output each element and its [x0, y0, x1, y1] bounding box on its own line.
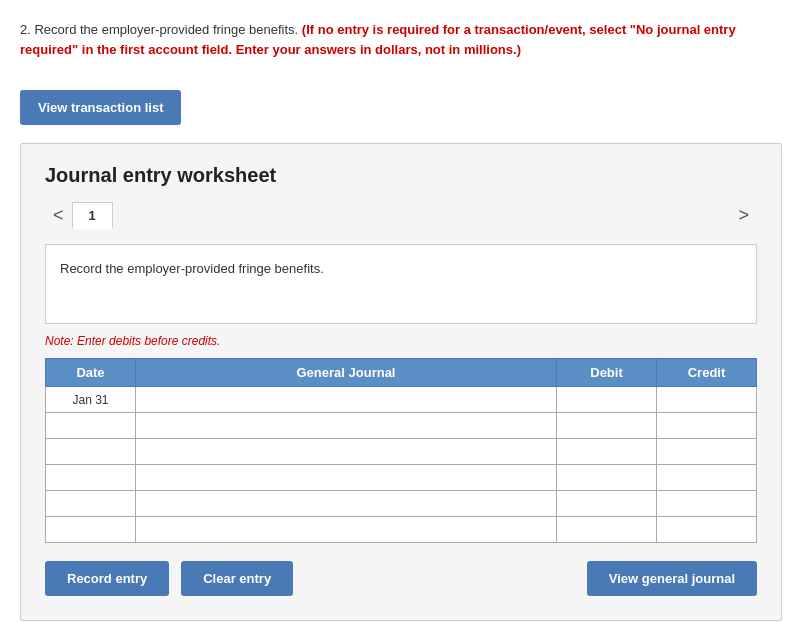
credit-input-0[interactable]	[657, 387, 756, 412]
journal-table: Date General Journal Debit Credit Jan 31	[45, 358, 757, 543]
credit-input-3[interactable]	[657, 465, 756, 490]
credit-cell-1[interactable]	[657, 413, 757, 439]
journal-input-2[interactable]	[136, 439, 556, 464]
col-header-journal: General Journal	[136, 359, 557, 387]
table-row	[46, 517, 757, 543]
debit-input-2[interactable]	[557, 439, 656, 464]
debit-input-5[interactable]	[557, 517, 656, 542]
prev-tab-arrow[interactable]: <	[45, 201, 72, 230]
action-buttons-row: Record entry Clear entry View general jo…	[45, 561, 757, 596]
credit-cell-0[interactable]	[657, 387, 757, 413]
record-entry-button[interactable]: Record entry	[45, 561, 169, 596]
credit-cell-5[interactable]	[657, 517, 757, 543]
view-transaction-button[interactable]: View transaction list	[20, 90, 181, 125]
worksheet-title: Journal entry worksheet	[45, 164, 757, 187]
next-tab-arrow[interactable]: >	[730, 201, 757, 230]
debit-cell-5[interactable]	[557, 517, 657, 543]
journal-input-4[interactable]	[136, 491, 556, 516]
credit-cell-2[interactable]	[657, 439, 757, 465]
table-row	[46, 465, 757, 491]
description-box: Record the employer-provided fringe bene…	[45, 244, 757, 324]
instructions-block: 2. Record the employer-provided fringe b…	[20, 20, 782, 59]
credit-input-1[interactable]	[657, 413, 756, 438]
credit-cell-3[interactable]	[657, 465, 757, 491]
debit-input-3[interactable]	[557, 465, 656, 490]
note-text: Note: Enter debits before credits.	[45, 334, 757, 348]
journal-input-3[interactable]	[136, 465, 556, 490]
debit-input-0[interactable]	[557, 387, 656, 412]
table-row	[46, 439, 757, 465]
journal-input-5[interactable]	[136, 517, 556, 542]
worksheet-container: Journal entry worksheet < 1 > Record the…	[20, 143, 782, 621]
table-row: Jan 31	[46, 387, 757, 413]
date-cell-4	[46, 491, 136, 517]
date-cell-3	[46, 465, 136, 491]
journal-cell-5[interactable]	[136, 517, 557, 543]
debit-cell-3[interactable]	[557, 465, 657, 491]
journal-cell-0[interactable]	[136, 387, 557, 413]
instruction-text: 2. Record the employer-provided fringe b…	[20, 22, 298, 37]
journal-input-0[interactable]	[136, 387, 556, 412]
debit-cell-4[interactable]	[557, 491, 657, 517]
date-cell-1	[46, 413, 136, 439]
table-row	[46, 491, 757, 517]
view-general-journal-button[interactable]: View general journal	[587, 561, 757, 596]
col-header-credit: Credit	[657, 359, 757, 387]
journal-input-1[interactable]	[136, 413, 556, 438]
debit-input-4[interactable]	[557, 491, 656, 516]
date-cell-5	[46, 517, 136, 543]
tab-navigation: < 1 >	[45, 201, 757, 230]
col-header-debit: Debit	[557, 359, 657, 387]
credit-cell-4[interactable]	[657, 491, 757, 517]
debit-cell-0[interactable]	[557, 387, 657, 413]
journal-cell-4[interactable]	[136, 491, 557, 517]
date-cell-0: Jan 31	[46, 387, 136, 413]
debit-cell-2[interactable]	[557, 439, 657, 465]
journal-cell-3[interactable]	[136, 465, 557, 491]
debit-cell-1[interactable]	[557, 413, 657, 439]
tab-1[interactable]: 1	[72, 202, 113, 229]
col-header-date: Date	[46, 359, 136, 387]
credit-input-4[interactable]	[657, 491, 756, 516]
journal-cell-2[interactable]	[136, 439, 557, 465]
journal-cell-1[interactable]	[136, 413, 557, 439]
table-row	[46, 413, 757, 439]
credit-input-5[interactable]	[657, 517, 756, 542]
clear-entry-button[interactable]: Clear entry	[181, 561, 293, 596]
description-text: Record the employer-provided fringe bene…	[60, 261, 324, 276]
debit-input-1[interactable]	[557, 413, 656, 438]
credit-input-2[interactable]	[657, 439, 756, 464]
date-cell-2	[46, 439, 136, 465]
